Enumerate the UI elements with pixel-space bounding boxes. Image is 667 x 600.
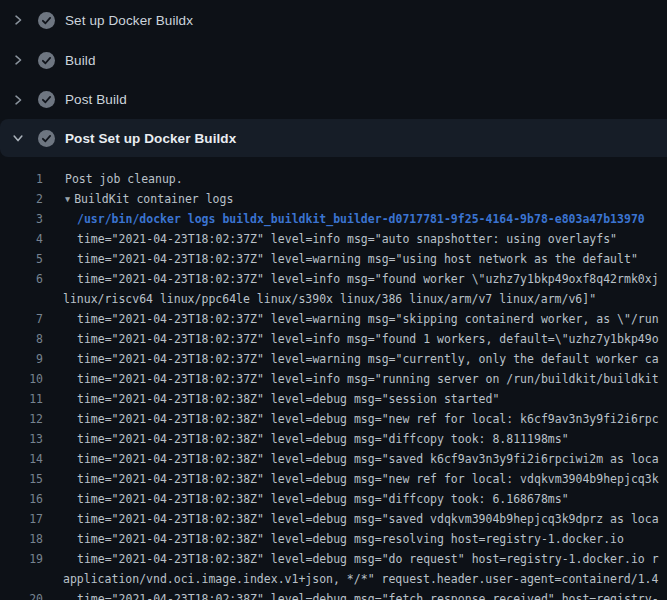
step-row-post-build[interactable]: Post Build	[0, 80, 667, 119]
log-line-number[interactable]: 9	[0, 352, 43, 366]
log-line: 10 time="2021-04-23T18:02:37Z" level=inf…	[0, 369, 667, 389]
log-line-text: time="2021-04-23T18:02:38Z" level=debug …	[77, 472, 659, 486]
step-log-viewer: 1 Post job cleanup. 2 ▼BuildKit containe…	[0, 157, 667, 600]
log-line-text: time="2021-04-23T18:02:37Z" level=warnin…	[77, 312, 659, 326]
log-line: 6 time="2021-04-23T18:02:37Z" level=info…	[0, 269, 667, 289]
log-line-text: time="2021-04-23T18:02:37Z" level=info m…	[77, 272, 659, 286]
step-row-build[interactable]: Build	[0, 40, 667, 80]
check-circle-icon	[38, 91, 55, 108]
check-circle-icon	[38, 130, 55, 147]
log-line: 20 time="2021-04-23T18:02:38Z" level=deb…	[0, 589, 667, 600]
log-line-text: time="2021-04-23T18:02:38Z" level=debug …	[77, 512, 659, 526]
log-line-number[interactable]: 12	[0, 412, 43, 426]
log-line: 8 time="2021-04-23T18:02:37Z" level=info…	[0, 329, 667, 349]
log-line: application/vnd.oci.image.index.v1+json,…	[0, 569, 667, 589]
log-line-number[interactable]: 13	[0, 432, 43, 446]
log-line-number[interactable]: 10	[0, 372, 43, 386]
log-line-text: time="2021-04-23T18:02:37Z" level=info m…	[77, 232, 617, 246]
log-line: 17 time="2021-04-23T18:02:38Z" level=deb…	[0, 509, 667, 529]
log-line-text: application/vnd.oci.image.index.v1+json,…	[63, 572, 658, 586]
log-line-number[interactable]: 16	[0, 492, 43, 506]
log-line-number[interactable]: 11	[0, 392, 43, 406]
log-line: 7 time="2021-04-23T18:02:37Z" level=warn…	[0, 309, 667, 329]
log-line-number[interactable]: 3	[0, 212, 43, 226]
log-line-number[interactable]: 18	[0, 532, 43, 546]
log-line-text: time="2021-04-23T18:02:38Z" level=debug …	[77, 552, 659, 566]
chevron-right-icon	[12, 94, 24, 106]
log-line-number[interactable]: 15	[0, 472, 43, 486]
log-line: 1 Post job cleanup.	[0, 169, 667, 189]
chevron-down-icon	[12, 132, 24, 144]
log-line-text: Post job cleanup.	[65, 172, 183, 186]
step-title: Set up Docker Buildx	[65, 13, 193, 28]
log-line-number[interactable]: 4	[0, 232, 43, 246]
log-line-text: time="2021-04-23T18:02:37Z" level=info m…	[77, 332, 659, 346]
log-line-text: time="2021-04-23T18:02:38Z" level=debug …	[77, 412, 659, 426]
log-line-number[interactable]: 7	[0, 312, 43, 326]
log-line: 11 time="2021-04-23T18:02:38Z" level=deb…	[0, 389, 667, 409]
log-line-number[interactable]: 20	[0, 592, 43, 600]
log-line-number[interactable]: 17	[0, 512, 43, 526]
check-circle-icon	[38, 12, 55, 29]
log-line: 12 time="2021-04-23T18:02:38Z" level=deb…	[0, 409, 667, 429]
log-line: 15 time="2021-04-23T18:02:38Z" level=deb…	[0, 469, 667, 489]
log-group-label[interactable]: BuildKit container logs	[74, 192, 233, 206]
log-line-text: time="2021-04-23T18:02:37Z" level=info m…	[77, 372, 659, 386]
chevron-right-icon	[12, 54, 24, 66]
log-line-text: time="2021-04-23T18:02:37Z" level=warnin…	[77, 352, 659, 366]
log-line-text: ▼BuildKit container logs	[65, 192, 233, 206]
log-line: 18 time="2021-04-23T18:02:38Z" level=deb…	[0, 529, 667, 549]
check-circle-icon	[38, 52, 55, 69]
log-line: 2 ▼BuildKit container logs	[0, 189, 667, 209]
log-line-text: linux/riscv64 linux/ppc64le linux/s390x …	[63, 292, 596, 306]
chevron-right-icon	[12, 14, 24, 26]
job-steps-list: Set up Docker Buildx Build Post Build Po…	[0, 0, 667, 157]
log-line-text: time="2021-04-23T18:02:37Z" level=warnin…	[77, 252, 638, 266]
step-title: Post Build	[65, 92, 127, 107]
log-line-number[interactable]: 8	[0, 332, 43, 346]
log-line-number[interactable]: 19	[0, 552, 43, 566]
log-line: 16 time="2021-04-23T18:02:38Z" level=deb…	[0, 489, 667, 509]
log-line-text: /usr/bin/docker logs buildx_buildkit_bui…	[77, 212, 645, 226]
log-line-text: time="2021-04-23T18:02:38Z" level=debug …	[77, 392, 499, 406]
log-line: 19 time="2021-04-23T18:02:38Z" level=deb…	[0, 549, 667, 569]
log-line: 9 time="2021-04-23T18:02:37Z" level=warn…	[0, 349, 667, 369]
step-row-set-up-docker-buildx[interactable]: Set up Docker Buildx	[0, 0, 667, 40]
log-line-number[interactable]: 14	[0, 452, 43, 466]
log-line-number[interactable]: 5	[0, 252, 43, 266]
log-line-text: time="2021-04-23T18:02:38Z" level=debug …	[77, 532, 624, 546]
log-line: 3 /usr/bin/docker logs buildx_buildkit_b…	[0, 209, 667, 229]
log-line-text: time="2021-04-23T18:02:38Z" level=debug …	[77, 432, 569, 446]
step-title: Post Set up Docker Buildx	[65, 131, 236, 146]
log-line-number[interactable]: 1	[0, 172, 43, 186]
log-line: 4 time="2021-04-23T18:02:37Z" level=info…	[0, 229, 667, 249]
log-line-text: time="2021-04-23T18:02:38Z" level=debug …	[77, 492, 569, 506]
log-line-number[interactable]: 2	[0, 192, 43, 206]
step-row-post-set-up-docker-buildx[interactable]: Post Set up Docker Buildx	[0, 119, 667, 157]
log-line: 5 time="2021-04-23T18:02:37Z" level=warn…	[0, 249, 667, 269]
log-line-text: time="2021-04-23T18:02:38Z" level=debug …	[77, 452, 659, 466]
step-title: Build	[65, 53, 96, 68]
log-line: 13 time="2021-04-23T18:02:38Z" level=deb…	[0, 429, 667, 449]
log-line: linux/riscv64 linux/ppc64le linux/s390x …	[0, 289, 667, 309]
log-line: 14 time="2021-04-23T18:02:38Z" level=deb…	[0, 449, 667, 469]
log-line-number[interactable]: 6	[0, 272, 43, 286]
log-line-text: time="2021-04-23T18:02:38Z" level=debug …	[77, 592, 659, 600]
triangle-down-icon[interactable]: ▼	[65, 194, 70, 204]
